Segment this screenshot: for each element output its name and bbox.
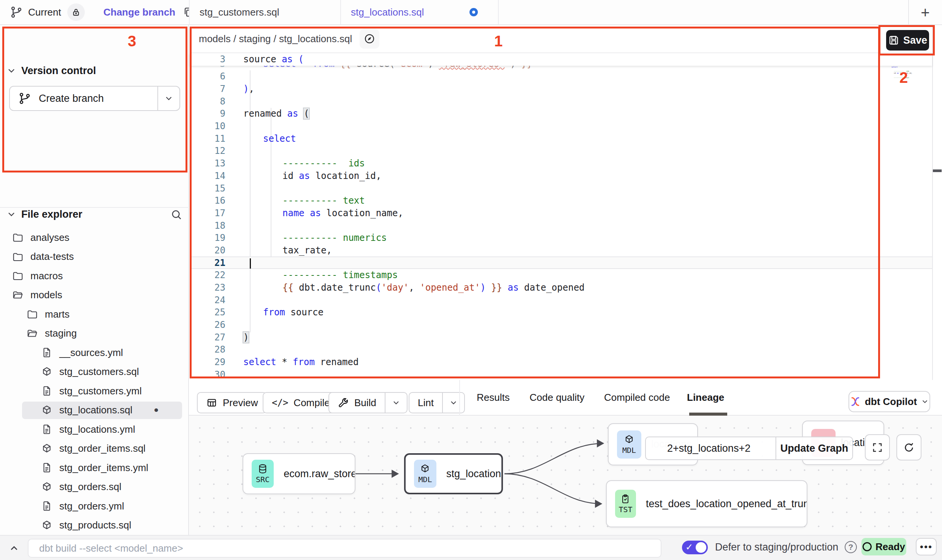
file-item-stg-locations-yml[interactable]: stg_locations.yml <box>0 420 189 439</box>
code-line-15[interactable]: 15 <box>190 182 932 195</box>
file-item--sources-yml[interactable]: __sources.yml <box>0 343 189 362</box>
file-item-staging[interactable]: staging <box>0 324 189 343</box>
build-button[interactable]: Build <box>328 392 408 413</box>
panel-tab-results[interactable]: Results <box>477 380 510 415</box>
code-line-12[interactable]: 12 <box>190 145 932 157</box>
file-label: analyses <box>30 232 70 244</box>
code-editor[interactable]: models / staging / stg_locations.sql 3so… <box>190 25 932 380</box>
panel-tab-lineage[interactable]: Lineage <box>687 380 724 415</box>
code-token: ---------- ids <box>282 158 365 169</box>
dbt-copilot-button[interactable]: dbt Copilot <box>848 391 930 412</box>
code-line-3[interactable]: 3source as ( <box>190 53 932 66</box>
create-branch-dropdown[interactable] <box>158 93 179 103</box>
lineage-selector-input[interactable]: 2+stg_locations+2 <box>646 443 775 454</box>
code-token: name <box>282 208 304 218</box>
code-line-21[interactable]: 21 <box>190 256 932 269</box>
file-explorer-header[interactable]: File explorer <box>6 202 183 226</box>
code-line-14[interactable]: 14id as location_id, <box>190 170 932 182</box>
code-line-6[interactable]: 6 <box>190 70 932 83</box>
line-number: 27 <box>190 332 225 343</box>
help-icon[interactable]: ? <box>845 541 857 553</box>
file-item-stg-orders-sql[interactable]: stg_orders.sql <box>0 478 189 497</box>
update-graph-button[interactable]: Update Graph <box>776 443 852 454</box>
file-item-models[interactable]: models <box>0 286 189 305</box>
file-item-stg-customers-sql[interactable]: stg_customers.sql <box>0 362 189 382</box>
code-line-22[interactable]: 22---------- timestamps <box>190 269 932 282</box>
code-line-25[interactable]: 25from source <box>190 306 932 319</box>
lineage-graph[interactable]: SRC ecom.raw_stores MDL stg_locations MD… <box>189 416 942 535</box>
fullscreen-button[interactable] <box>865 434 890 460</box>
file-label: models <box>30 289 62 301</box>
compile-button[interactable]: </> Compile <box>263 392 339 413</box>
new-tab-button[interactable]: + <box>915 3 935 22</box>
file-item-analyses[interactable]: analyses <box>0 228 189 247</box>
file-item-stg-order-items-sql[interactable]: stg_order_items.sql <box>0 439 189 459</box>
code-line-13[interactable]: 13---------- ids <box>190 157 932 170</box>
code-line-19[interactable]: 19---------- numerics <box>190 232 932 244</box>
lineage-node-stg-locations[interactable]: MDL stg_locations <box>404 453 503 494</box>
version-control-header[interactable]: Version control <box>6 59 96 83</box>
code-line-29[interactable]: 29select * from renamed <box>190 356 932 369</box>
code-line-27[interactable]: 27) <box>190 331 932 343</box>
file-item-stg-orders-yml[interactable]: stg_orders.yml <box>0 497 189 516</box>
cube-icon <box>624 434 634 445</box>
panel-resize-handle[interactable] <box>933 169 942 172</box>
code-line-30[interactable]: 30 <box>190 369 932 381</box>
code-line-9[interactable]: 9renamed as ( <box>190 108 932 120</box>
code-line-24[interactable]: 24 <box>190 294 932 306</box>
code-token: 'raw_stores' <box>439 66 504 69</box>
file-item-stg-order-items-yml[interactable]: stg_order_items.yml <box>0 458 189 478</box>
code-line-11[interactable]: 11select <box>190 132 932 145</box>
file-item-stg-locations-sql[interactable]: stg_locations.sql• <box>0 401 189 420</box>
refresh-button[interactable] <box>896 434 921 460</box>
code-line-17[interactable]: 17name as location_name, <box>190 207 932 220</box>
lineage-node-source[interactable]: SRC ecom.raw_stores <box>243 453 355 494</box>
search-icon[interactable] <box>170 208 183 221</box>
panel-tab-code-quality[interactable]: Code quality <box>530 380 585 415</box>
create-branch-button[interactable]: Create branch <box>9 86 180 111</box>
code-line-8[interactable]: 8 <box>190 95 932 108</box>
tab-stg-locations[interactable]: stg_locations.sql <box>341 0 499 24</box>
code-token: , <box>428 66 439 69</box>
code-line-23[interactable]: 23{{ dbt.date_trunc('day', 'opened_at') … <box>190 282 932 294</box>
lint-dropdown[interactable] <box>443 398 464 407</box>
file-item-stg-customers-yml[interactable]: stg_customers.yml <box>0 381 189 401</box>
view-lineage-compass-icon[interactable] <box>360 29 379 49</box>
code-line-7[interactable]: 7), <box>190 83 932 95</box>
clipboard-check-icon <box>620 494 631 504</box>
lineage-node-test[interactable]: TST test_does_location_opened_at_trunc_t… <box>606 480 807 527</box>
code-line-10[interactable]: 10 <box>190 120 932 133</box>
code-line-28[interactable]: 28 <box>190 343 932 356</box>
line-number: 7 <box>190 84 225 94</box>
more-options-button[interactable]: ••• <box>916 538 937 555</box>
line-number: 18 <box>190 220 225 231</box>
dbt-ide-window: Current Change branch stg_customers.sql … <box>0 0 942 560</box>
build-dropdown[interactable] <box>385 398 407 407</box>
file-item-macros[interactable]: macros <box>0 266 189 286</box>
change-branch-button[interactable]: Change branch <box>103 0 194 24</box>
file-item-data-tests[interactable]: data-tests <box>0 247 189 267</box>
code-lines[interactable]: 67),89renamed as (1011select1213--------… <box>190 70 932 381</box>
ready-status-badge[interactable]: Ready <box>861 538 906 555</box>
code-line-5[interactable]: 5select * from {{ source('ecom', 'raw_st… <box>190 66 932 70</box>
panel-tab-compiled-code[interactable]: Compiled code <box>604 380 670 415</box>
chevron-up-icon[interactable] <box>8 543 20 554</box>
lint-button[interactable]: Lint <box>409 392 465 413</box>
file-label: stg_orders.yml <box>59 500 124 512</box>
command-input[interactable]: dbt build --select <model_name> <box>28 539 661 558</box>
preview-button[interactable]: Preview <box>197 392 267 413</box>
code-text: ---------- ids <box>282 158 365 169</box>
file-item-stg-products-sql[interactable]: stg_products.sql <box>0 516 189 535</box>
tab-stg-customers[interactable]: stg_customers.sql <box>189 0 341 24</box>
file-item-marts[interactable]: marts <box>0 305 189 324</box>
save-button[interactable]: Save <box>886 30 929 51</box>
code-line-18[interactable]: 18 <box>190 219 932 232</box>
code-line-26[interactable]: 26 <box>190 319 932 331</box>
defer-toggle[interactable]: ✓ <box>682 541 708 554</box>
code-token: id <box>282 171 299 181</box>
code-text: source as ( <box>243 54 304 65</box>
command-placeholder: dbt build --select <model_name> <box>39 543 183 554</box>
code-line-20[interactable]: 20tax_rate, <box>190 244 932 257</box>
tab-label: stg_locations.sql <box>351 6 424 18</box>
code-line-16[interactable]: 16---------- text <box>190 195 932 207</box>
